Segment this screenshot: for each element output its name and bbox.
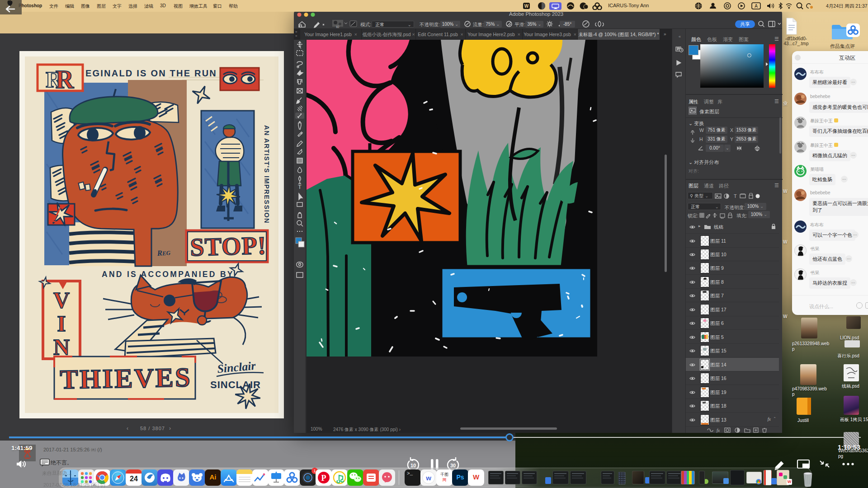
svg-text:EGINALD IS ON THE RUN: EGINALD IS ON THE RUN xyxy=(85,68,217,78)
svg-text:STOP!: STOP! xyxy=(190,231,267,261)
svg-text:AN ARTIST'S IMPRESSION: AN ARTIST'S IMPRESSION xyxy=(263,125,270,224)
svg-text:V: V xyxy=(53,287,70,313)
svg-text:SINCLAIR: SINCLAIR xyxy=(210,379,261,390)
svg-text:T: T xyxy=(734,193,737,199)
svg-text:82: 82 xyxy=(336,25,340,28)
svg-text:AND IS ACCOMPANIED BY: AND IS ACCOMPANIED BY xyxy=(102,270,233,279)
svg-text:I: I xyxy=(57,311,66,336)
svg-text:REG: REG xyxy=(156,248,171,258)
svg-text:R: R xyxy=(56,66,74,94)
svg-text:W: W xyxy=(524,4,529,9)
svg-text:A: A xyxy=(755,4,758,9)
svg-text:fx: fx xyxy=(717,428,720,433)
svg-text:T: T xyxy=(298,183,302,190)
svg-text:P: P xyxy=(321,474,326,483)
